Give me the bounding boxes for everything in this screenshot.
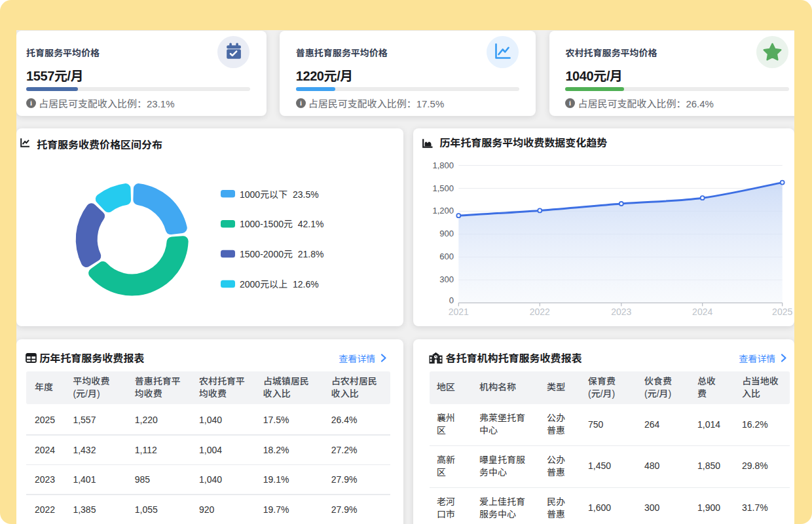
svg-text:i: i [300,100,302,107]
svg-text:i: i [569,100,571,107]
svg-text:i: i [30,100,32,107]
